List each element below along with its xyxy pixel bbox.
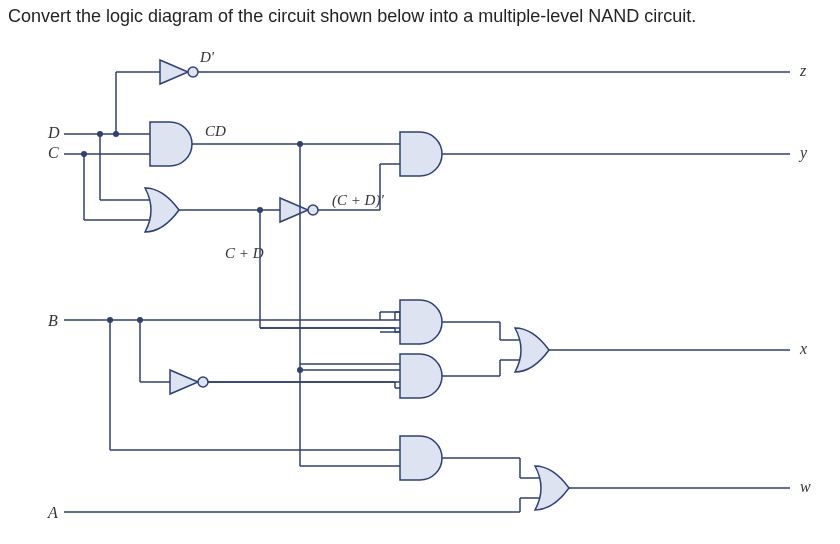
- input-D: D: [47, 124, 60, 141]
- output-x: x: [799, 340, 807, 357]
- gate-and-cd: [150, 122, 192, 166]
- gate-and-bprime-cd: [400, 354, 442, 398]
- gate-not-cpd: [280, 198, 318, 222]
- input-B: B: [48, 312, 58, 329]
- svg-point-11: [188, 67, 198, 77]
- output-z: z: [799, 62, 807, 79]
- gate-and-b-cd: [400, 436, 442, 480]
- input-C: C: [48, 144, 59, 161]
- circuit-svg: D C D' z CD: [0, 30, 840, 544]
- svg-point-41: [297, 367, 303, 373]
- gate-or-w: [535, 466, 569, 510]
- label-CD: CD: [205, 123, 226, 139]
- input-A: A: [47, 504, 58, 521]
- gate-and-y: [400, 132, 442, 176]
- gate-not-b: [170, 370, 208, 394]
- label-CplusDprime: (C + D)': [332, 192, 384, 209]
- question-text: Convert the logic diagram of the circuit…: [8, 6, 696, 27]
- gate-and-b-cpd: [400, 300, 442, 344]
- diagram-container: Convert the logic diagram of the circuit…: [0, 0, 840, 544]
- label-CplusD: C + D: [225, 245, 264, 261]
- gate-or-cpd: [145, 188, 179, 232]
- svg-point-18: [308, 205, 318, 215]
- output-y: y: [798, 144, 808, 162]
- label-Dprime: D': [199, 49, 215, 65]
- svg-point-29: [198, 377, 208, 387]
- gate-or-x: [515, 328, 549, 372]
- gate-not-d: [160, 60, 198, 84]
- output-w: w: [800, 478, 811, 495]
